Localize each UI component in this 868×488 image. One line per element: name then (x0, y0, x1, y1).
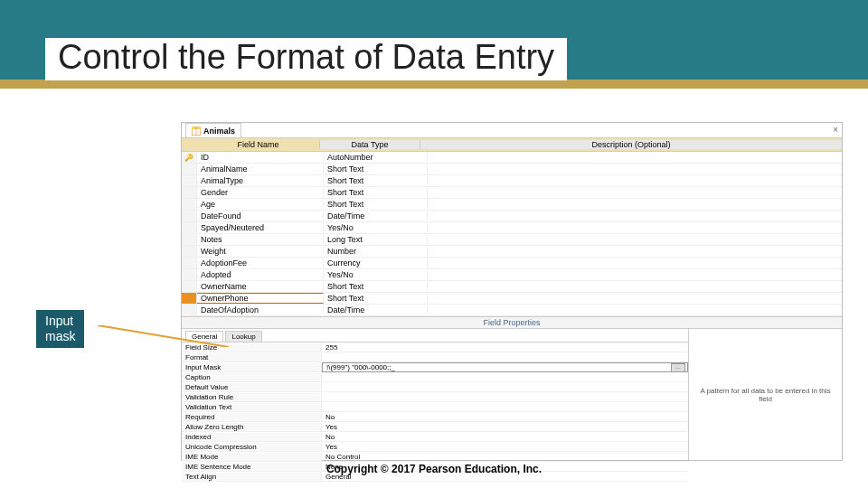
field-name-cell[interactable]: OwnerName (197, 282, 324, 291)
field-row[interactable]: DateFoundDate/Time (182, 211, 842, 222)
data-type-cell[interactable]: AutoNumber (324, 153, 428, 162)
property-row[interactable]: IME ModeNo Control (182, 452, 688, 462)
data-type-cell[interactable]: Yes/No (324, 223, 428, 232)
data-type-cell[interactable]: Date/Time (324, 211, 428, 221)
table-tab-animals[interactable]: Animals (185, 123, 241, 137)
field-name-cell[interactable]: AnimalName (197, 164, 324, 174)
field-name-cell[interactable]: Weight (197, 247, 324, 256)
field-name-cell[interactable]: Spayed/Neutered (197, 223, 324, 232)
row-selector[interactable] (182, 293, 197, 304)
slide-title: Control the Format of Data Entry (45, 38, 567, 80)
row-selector[interactable] (182, 211, 197, 221)
row-selector[interactable] (182, 281, 197, 292)
field-name-cell[interactable]: DateOfAdoption (197, 305, 324, 314)
field-row[interactable]: AnimalTypeShort Text (182, 175, 842, 187)
property-name: Caption (182, 373, 322, 381)
property-row[interactable]: Allow Zero LengthYes (182, 422, 688, 432)
object-tab-bar: Animals × (182, 123, 842, 138)
field-name-cell[interactable]: Notes (197, 235, 324, 244)
row-selector[interactable] (182, 199, 197, 210)
field-name-cell[interactable]: AnimalType (197, 176, 324, 185)
tab-lookup[interactable]: Lookup (225, 331, 261, 342)
field-row[interactable]: DateOfAdoptionDate/Time (182, 305, 842, 316)
property-row[interactable]: Default Value (182, 382, 688, 392)
property-value[interactable]: Yes (322, 423, 688, 431)
field-name-cell[interactable]: DateFound (197, 211, 324, 221)
field-row[interactable]: NotesLong Text (182, 234, 842, 246)
field-properties-pane: General Lookup Field Size255FormatInput … (182, 329, 842, 460)
field-row[interactable]: OwnerPhoneShort Text (182, 293, 842, 305)
field-name-cell[interactable]: AdoptionFee (197, 258, 324, 267)
row-selector[interactable] (182, 246, 197, 257)
row-selector[interactable] (182, 269, 197, 280)
property-value[interactable]: No Control (322, 453, 688, 461)
data-type-cell[interactable]: Short Text (324, 176, 428, 185)
row-selector[interactable] (182, 258, 197, 268)
property-grid: Field Size255FormatInput Mask!\(999") "0… (182, 343, 688, 482)
data-type-cell[interactable]: Date/Time (324, 305, 428, 314)
property-name: Validation Text (182, 403, 322, 411)
data-type-cell[interactable]: Short Text (324, 282, 428, 291)
header-data-type: Data Type (320, 140, 420, 149)
property-row[interactable]: RequiredNo (182, 412, 688, 422)
property-row[interactable]: Caption (182, 372, 688, 382)
field-row[interactable]: 🔑IDAutoNumber (182, 152, 842, 164)
field-name-cell[interactable]: OwnerPhone (197, 293, 324, 304)
field-name-cell[interactable]: Age (197, 200, 324, 209)
field-row[interactable]: OwnerNameShort Text (182, 281, 842, 293)
data-type-cell[interactable]: Number (324, 247, 428, 256)
row-selector[interactable] (182, 305, 197, 315)
property-row[interactable]: Validation Rule (182, 392, 688, 402)
field-name-cell[interactable]: Adopted (197, 270, 324, 279)
property-value[interactable]: No (322, 413, 688, 421)
row-selector[interactable] (182, 187, 197, 198)
builder-button[interactable]: … (671, 363, 685, 372)
property-name: Indexed (182, 433, 322, 441)
row-selector[interactable] (182, 222, 197, 233)
field-row[interactable]: Spayed/NeuteredYes/No (182, 222, 842, 234)
property-value[interactable]: 255 (322, 343, 688, 352)
table-icon (192, 127, 201, 136)
field-row[interactable]: AdoptionFeeCurrency (182, 258, 842, 269)
close-icon[interactable]: × (833, 125, 838, 135)
header-field-name: Field Name (197, 140, 320, 149)
primary-key-icon: 🔑 (184, 154, 193, 162)
field-name-cell[interactable]: Gender (197, 188, 324, 197)
slide-header: Control the Format of Data Entry (0, 0, 868, 80)
property-row[interactable]: IndexedNo (182, 432, 688, 442)
data-type-cell[interactable]: Yes/No (324, 270, 428, 279)
property-hint: A pattern for all data to be entered in … (689, 329, 842, 460)
tab-label: Animals (203, 127, 235, 136)
data-type-cell[interactable]: Long Text (324, 235, 428, 244)
accent-bar (0, 80, 868, 89)
data-type-cell[interactable]: Short Text (324, 294, 428, 303)
property-row[interactable]: Field Size255 (182, 343, 688, 352)
callout-input-mask: Input mask (36, 310, 84, 348)
property-name: Format (182, 353, 322, 361)
data-type-cell[interactable]: Short Text (324, 188, 428, 197)
property-value[interactable]: Yes (322, 443, 688, 451)
header-description: Description (Optional) (420, 140, 842, 149)
row-selector[interactable]: 🔑 (182, 152, 197, 163)
property-value[interactable]: !\(999") "000\-0000;;_… (322, 362, 688, 372)
field-row[interactable]: AdoptedYes/No (182, 269, 842, 281)
property-row[interactable]: Input Mask!\(999") "000\-0000;;_… (182, 362, 688, 372)
property-name: Validation Rule (182, 393, 322, 401)
property-value[interactable]: No (322, 433, 688, 441)
row-selector[interactable] (182, 175, 197, 186)
field-row[interactable]: GenderShort Text (182, 187, 842, 199)
tab-general[interactable]: General (185, 331, 223, 342)
property-row[interactable]: Unicode CompressionYes (182, 442, 688, 452)
field-row[interactable]: AnimalNameShort Text (182, 164, 842, 175)
field-row[interactable]: WeightNumber (182, 246, 842, 258)
data-type-cell[interactable]: Short Text (324, 200, 428, 209)
field-properties-header: Field Properties (182, 316, 842, 329)
property-row[interactable]: Format (182, 352, 688, 362)
row-selector[interactable] (182, 164, 197, 174)
property-row[interactable]: Validation Text (182, 402, 688, 412)
field-name-cell[interactable]: ID (197, 153, 324, 162)
data-type-cell[interactable]: Currency (324, 258, 428, 267)
field-row[interactable]: AgeShort Text (182, 199, 842, 211)
row-selector[interactable] (182, 234, 197, 245)
data-type-cell[interactable]: Short Text (324, 164, 428, 174)
